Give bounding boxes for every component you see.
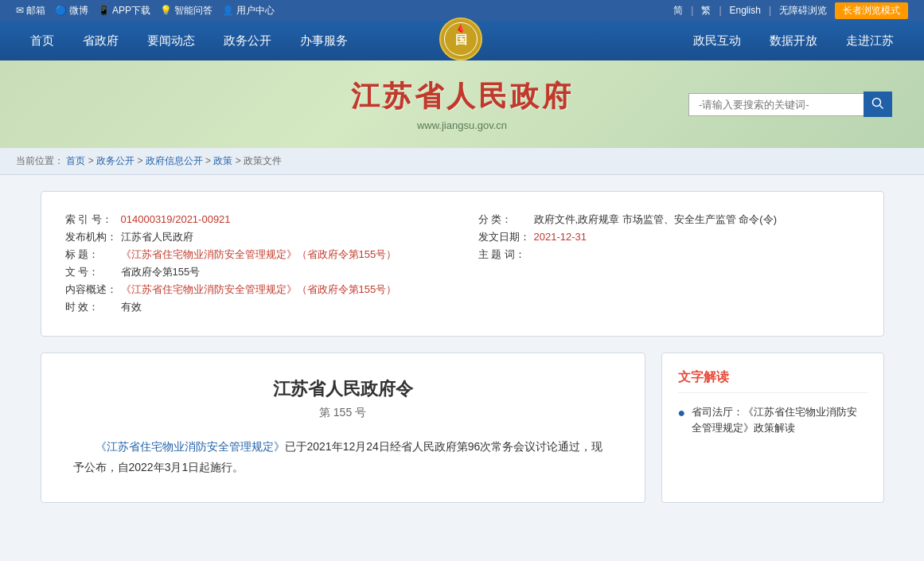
simplified-chinese-link[interactable]: 简: [673, 4, 683, 18]
meta-validity-value: 有效: [121, 298, 142, 316]
breadcrumb-sep1: >: [88, 155, 96, 166]
app-download-link[interactable]: 📱 APP下载: [98, 4, 150, 18]
meta-issuer-value: 江苏省人民政府: [121, 228, 193, 246]
breadcrumb-current: 政策文件: [244, 155, 282, 166]
ai-qa-link[interactable]: 💡 智能问答: [160, 4, 212, 18]
doc-regulation-link[interactable]: 《江苏省住宅物业消防安全管理规定》: [96, 440, 285, 453]
breadcrumb-sep3: >: [205, 155, 213, 166]
svg-text:国: 国: [454, 33, 466, 46]
sidebar-article-link[interactable]: 省司法厅：《江苏省住宅物业消防安全管理规定》政策解读: [692, 404, 867, 438]
meta-index-label: 索 引 号：: [65, 211, 121, 228]
doc-meta-card: 索 引 号： 014000319/2021-00921 发布机构： 江苏省人民政…: [41, 191, 884, 337]
divider2: |: [719, 5, 721, 16]
traditional-chinese-link[interactable]: 繁: [701, 4, 711, 18]
svg-point-5: [873, 98, 881, 106]
meta-doc-no-value: 省政府令第155号: [121, 263, 201, 281]
meta-index: 索 引 号： 014000319/2021-00921: [65, 211, 446, 228]
breadcrumb: 当前位置： 首页 > 政务公开 > 政府信息公开 > 政策 > 政策文件: [0, 148, 924, 175]
meta-doc-no-label: 文 号：: [65, 263, 121, 281]
top-bar-left: ✉ 邮箱 🔵 微博 📱 APP下载 💡 智能问答 👤 用户中心: [16, 4, 275, 18]
search-button[interactable]: [864, 92, 892, 117]
nav-left: 首页 省政府 要闻动态 政务公开 办事服务: [16, 21, 362, 60]
search-input[interactable]: [688, 93, 864, 116]
sidebar-bullet-icon: ●: [678, 404, 686, 422]
ai-icon: 💡: [160, 5, 172, 16]
nav-about-jiangsu[interactable]: 走进江苏: [832, 21, 908, 60]
hero-search: [688, 92, 892, 117]
nav-data-open[interactable]: 数据开放: [755, 21, 832, 60]
breadcrumb-home[interactable]: 首页: [66, 155, 85, 166]
doc-body: 江苏省人民政府令 第 155 号 《江苏省住宅物业消防安全管理规定》已于2021…: [41, 353, 645, 503]
meta-date-value: 2021-12-31: [534, 228, 587, 246]
meta-summary-value: 《江苏省住宅物业消防安全管理规定》（省政府令第155号）: [121, 281, 397, 298]
doc-body-subtitle: 第 155 号: [73, 406, 613, 420]
app-icon: 📱: [98, 5, 110, 16]
meta-issuer: 发布机构： 江苏省人民政府: [65, 228, 446, 246]
senior-mode-button[interactable]: 长者浏览模式: [835, 2, 908, 19]
meta-date-label: 发文日期：: [478, 228, 534, 246]
breadcrumb-policy[interactable]: 政策: [213, 155, 232, 166]
nav-bar: 首页 省政府 要闻动态 政务公开 办事服务 国 政民互动 数据开放 走进江苏: [0, 21, 924, 60]
meta-summary-label: 内容概述：: [65, 281, 121, 298]
breadcrumb-gov-info[interactable]: 政府信息公开: [146, 155, 203, 166]
sidebar-title: 文字解读: [678, 369, 867, 393]
meta-doc-no: 文 号： 省政府令第155号: [65, 263, 446, 281]
meta-issuer-label: 发布机构：: [65, 228, 121, 246]
meta-subject: 主 题 词：: [478, 246, 860, 263]
accessibility-link[interactable]: 无障碍浏览: [779, 4, 827, 18]
sidebar-list-item: ● 省司法厅：《江苏省住宅物业消防安全管理规定》政策解读: [678, 404, 867, 438]
doc-body-title: 江苏省人民政府令: [73, 377, 613, 401]
meta-category: 分 类： 政府文件,政府规章 市场监管、安全生产监管 命令(令): [478, 211, 860, 228]
nav-gov-affairs[interactable]: 政务公开: [209, 21, 286, 60]
user-center-link[interactable]: 👤 用户中心: [222, 4, 275, 18]
meta-title: 标 题： 《江苏省住宅物业消防安全管理规定》（省政府令第155号）: [65, 246, 446, 263]
bottom-section: 江苏省人民政府令 第 155 号 《江苏省住宅物业消防安全管理规定》已于2021…: [41, 353, 884, 503]
divider1: |: [691, 5, 693, 16]
weibo-icon: 🔵: [55, 5, 67, 16]
email-link[interactable]: ✉ 邮箱: [16, 4, 45, 18]
nav-province-gov[interactable]: 省政府: [68, 21, 133, 60]
hero-title-block: 江苏省人民政府 www.jiangsu.gov.cn: [351, 77, 574, 131]
meta-subject-label: 主 题 词：: [478, 246, 534, 263]
meta-left-col: 索 引 号： 014000319/2021-00921 发布机构： 江苏省人民政…: [65, 211, 446, 317]
doc-meta-grid: 索 引 号： 014000319/2021-00921 发布机构： 江苏省人民政…: [65, 211, 860, 317]
nav-home[interactable]: 首页: [16, 21, 68, 60]
nav-services[interactable]: 办事服务: [286, 21, 362, 60]
meta-index-value: 014000319/2021-00921: [121, 211, 231, 228]
meta-category-value: 政府文件,政府规章 市场监管、安全生产监管 命令(令): [534, 211, 778, 228]
breadcrumb-gov-affairs[interactable]: 政务公开: [96, 155, 135, 166]
nav-logo: 国: [439, 17, 486, 64]
sidebar-panel: 文字解读 ● 省司法厅：《江苏省住宅物业消防安全管理规定》政策解读: [661, 353, 884, 503]
english-link[interactable]: English: [730, 5, 761, 16]
meta-summary: 内容概述： 《江苏省住宅物业消防安全管理规定》（省政府令第155号）: [65, 281, 446, 298]
hero-title: 江苏省人民政府: [351, 77, 574, 116]
nav-news[interactable]: 要闻动态: [133, 21, 209, 60]
meta-validity: 时 效： 有效: [65, 298, 446, 316]
meta-category-label: 分 类：: [478, 211, 534, 228]
email-icon: ✉: [16, 5, 24, 16]
weibo-link[interactable]: 🔵 微博: [55, 4, 88, 18]
svg-line-6: [880, 105, 883, 108]
meta-date: 发文日期： 2021-12-31: [478, 228, 860, 246]
hero-banner: 江苏省人民政府 www.jiangsu.gov.cn: [0, 60, 924, 148]
user-icon: 👤: [222, 5, 234, 16]
meta-title-value: 《江苏省住宅物业消防安全管理规定》（省政府令第155号）: [121, 246, 397, 263]
divider3: |: [769, 5, 771, 16]
breadcrumb-sep4: >: [236, 155, 244, 166]
breadcrumb-prefix: 当前位置：: [16, 155, 64, 166]
top-bar-right: 简 | 繁 | English | 无障碍浏览 长者浏览模式: [673, 2, 908, 19]
breadcrumb-sep2: >: [137, 155, 145, 166]
doc-body-paragraph: 《江苏省住宅物业消防安全管理规定》已于2021年12月24日经省人民政府第96次…: [73, 436, 613, 478]
meta-validity-label: 时 效：: [65, 298, 121, 316]
nav-interaction[interactable]: 政民互动: [679, 21, 755, 60]
nav-right: 政民互动 数据开放 走进江苏: [679, 21, 908, 60]
hero-url: www.jiangsu.gov.cn: [351, 119, 574, 131]
meta-right-col: 分 类： 政府文件,政府规章 市场监管、安全生产监管 命令(令) 发文日期： 2…: [478, 211, 860, 317]
main-content: 索 引 号： 014000319/2021-00921 发布机构： 江苏省人民政…: [25, 191, 900, 503]
meta-title-label: 标 题：: [65, 246, 121, 263]
